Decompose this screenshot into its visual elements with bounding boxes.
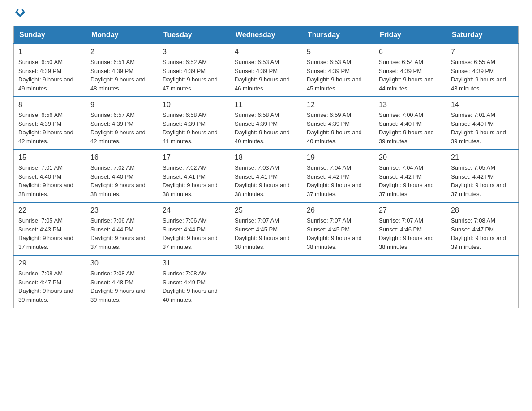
calendar-cell: 29 Sunrise: 7:08 AM Sunset: 4:47 PM Dayl… [14, 255, 86, 308]
sunrise-label: Sunrise: 6:52 AM [163, 59, 207, 65]
sunrise-label: Sunrise: 7:00 AM [379, 111, 423, 118]
day-info: Sunrise: 6:58 AM Sunset: 4:39 PM Dayligh… [163, 111, 225, 146]
day-number: 7 [451, 48, 514, 56]
calendar-week-row: 1 Sunrise: 6:50 AM Sunset: 4:39 PM Dayli… [14, 44, 519, 97]
sunrise-label: Sunrise: 7:07 AM [307, 217, 351, 224]
sunrise-label: Sunrise: 6:53 AM [235, 59, 279, 65]
sunrise-label: Sunrise: 6:58 AM [235, 111, 279, 118]
daylight-label: Daylight: 9 hours and 39 minutes. [451, 129, 506, 145]
sunrise-label: Sunrise: 7:08 AM [18, 270, 63, 277]
logo [13, 9, 25, 17]
daylight-label: Daylight: 9 hours and 44 minutes. [379, 76, 434, 92]
calendar-cell: 24 Sunrise: 7:06 AM Sunset: 4:44 PM Dayl… [158, 202, 230, 255]
daylight-label: Daylight: 9 hours and 37 minutes. [307, 182, 362, 197]
sunset-label: Sunset: 4:39 PM [90, 120, 133, 127]
day-info: Sunrise: 7:06 AM Sunset: 4:44 PM Dayligh… [90, 216, 153, 251]
sunrise-label: Sunrise: 7:06 AM [90, 217, 135, 224]
sunset-label: Sunset: 4:43 PM [18, 226, 61, 233]
calendar-cell: 6 Sunrise: 6:54 AM Sunset: 4:39 PM Dayli… [374, 44, 446, 97]
daylight-label: Daylight: 9 hours and 42 minutes. [18, 129, 73, 145]
daylight-label: Daylight: 9 hours and 38 minutes. [90, 182, 146, 197]
sunrise-label: Sunrise: 6:54 AM [379, 59, 423, 65]
day-number: 8 [18, 101, 81, 109]
day-number: 5 [307, 48, 369, 56]
sunset-label: Sunset: 4:39 PM [235, 68, 278, 74]
day-info: Sunrise: 7:08 AM Sunset: 4:47 PM Dayligh… [451, 216, 514, 251]
daylight-label: Daylight: 9 hours and 41 minutes. [163, 129, 218, 145]
calendar-cell: 19 Sunrise: 7:04 AM Sunset: 4:42 PM Dayl… [302, 150, 374, 202]
sunrise-label: Sunrise: 6:59 AM [307, 111, 351, 118]
daylight-label: Daylight: 9 hours and 43 minutes. [451, 76, 506, 92]
day-info: Sunrise: 7:07 AM Sunset: 4:46 PM Dayligh… [379, 216, 442, 251]
day-number: 30 [90, 259, 153, 267]
day-of-week-header: Monday [86, 26, 158, 44]
day-info: Sunrise: 6:50 AM Sunset: 4:39 PM Dayligh… [18, 58, 81, 93]
day-info: Sunrise: 7:08 AM Sunset: 4:48 PM Dayligh… [90, 269, 153, 304]
sunrise-label: Sunrise: 6:58 AM [163, 111, 207, 118]
day-number: 4 [235, 48, 297, 56]
day-number: 12 [307, 101, 369, 109]
sunset-label: Sunset: 4:40 PM [18, 173, 61, 180]
calendar-cell: 5 Sunrise: 6:53 AM Sunset: 4:39 PM Dayli… [302, 44, 374, 97]
day-number: 26 [307, 206, 369, 214]
day-info: Sunrise: 7:02 AM Sunset: 4:41 PM Dayligh… [163, 163, 225, 198]
calendar-cell: 25 Sunrise: 7:07 AM Sunset: 4:45 PM Dayl… [230, 202, 302, 255]
sunset-label: Sunset: 4:40 PM [379, 120, 422, 127]
calendar-cell: 1 Sunrise: 6:50 AM Sunset: 4:39 PM Dayli… [14, 44, 86, 97]
day-number: 17 [163, 154, 225, 162]
calendar-cell: 22 Sunrise: 7:05 AM Sunset: 4:43 PM Dayl… [14, 202, 86, 255]
calendar-cell [230, 255, 302, 308]
day-number: 13 [379, 101, 442, 109]
sunrise-label: Sunrise: 7:08 AM [163, 270, 207, 277]
calendar-cell [302, 255, 374, 308]
sunset-label: Sunset: 4:44 PM [163, 226, 206, 233]
daylight-label: Daylight: 9 hours and 40 minutes. [163, 287, 218, 303]
day-info: Sunrise: 6:54 AM Sunset: 4:39 PM Dayligh… [379, 58, 442, 93]
sunrise-label: Sunrise: 7:06 AM [163, 217, 207, 224]
day-info: Sunrise: 7:07 AM Sunset: 4:45 PM Dayligh… [235, 216, 297, 251]
daylight-label: Daylight: 9 hours and 37 minutes. [451, 182, 506, 197]
day-of-week-header: Thursday [302, 26, 374, 44]
calendar-cell: 9 Sunrise: 6:57 AM Sunset: 4:39 PM Dayli… [86, 97, 158, 150]
daylight-label: Daylight: 9 hours and 46 minutes. [235, 76, 290, 92]
sunset-label: Sunset: 4:40 PM [90, 173, 133, 180]
day-info: Sunrise: 6:53 AM Sunset: 4:39 PM Dayligh… [307, 58, 369, 93]
calendar-week-row: 15 Sunrise: 7:01 AM Sunset: 4:40 PM Dayl… [14, 150, 519, 202]
sunset-label: Sunset: 4:39 PM [90, 68, 133, 74]
calendar-week-row: 8 Sunrise: 6:56 AM Sunset: 4:39 PM Dayli… [14, 97, 519, 150]
day-number: 22 [18, 206, 81, 214]
daylight-label: Daylight: 9 hours and 39 minutes. [90, 287, 146, 303]
daylight-label: Daylight: 9 hours and 38 minutes. [235, 235, 290, 250]
day-info: Sunrise: 6:52 AM Sunset: 4:39 PM Dayligh… [163, 58, 225, 93]
day-info: Sunrise: 6:53 AM Sunset: 4:39 PM Dayligh… [235, 58, 297, 93]
calendar-cell: 28 Sunrise: 7:08 AM Sunset: 4:47 PM Dayl… [446, 202, 519, 255]
sunrise-label: Sunrise: 6:53 AM [307, 59, 351, 65]
calendar-cell: 15 Sunrise: 7:01 AM Sunset: 4:40 PM Dayl… [14, 150, 86, 202]
day-info: Sunrise: 6:57 AM Sunset: 4:39 PM Dayligh… [90, 111, 153, 146]
sunset-label: Sunset: 4:42 PM [379, 173, 422, 180]
day-number: 20 [379, 154, 442, 162]
calendar-cell: 23 Sunrise: 7:06 AM Sunset: 4:44 PM Dayl… [86, 202, 158, 255]
sunrise-label: Sunrise: 7:02 AM [90, 164, 135, 171]
daylight-label: Daylight: 9 hours and 38 minutes. [307, 235, 362, 250]
calendar-cell: 16 Sunrise: 7:02 AM Sunset: 4:40 PM Dayl… [86, 150, 158, 202]
sunrise-label: Sunrise: 6:56 AM [18, 111, 63, 118]
daylight-label: Daylight: 9 hours and 45 minutes. [307, 76, 362, 92]
calendar-cell: 18 Sunrise: 7:03 AM Sunset: 4:41 PM Dayl… [230, 150, 302, 202]
sunset-label: Sunset: 4:41 PM [163, 173, 206, 180]
sunrise-label: Sunrise: 7:04 AM [307, 164, 351, 171]
calendar-week-row: 22 Sunrise: 7:05 AM Sunset: 4:43 PM Dayl… [14, 202, 519, 255]
sunset-label: Sunset: 4:47 PM [18, 279, 61, 286]
day-info: Sunrise: 7:06 AM Sunset: 4:44 PM Dayligh… [163, 216, 225, 251]
sunrise-label: Sunrise: 6:57 AM [90, 111, 135, 118]
sunset-label: Sunset: 4:39 PM [18, 120, 61, 127]
day-of-week-header: Saturday [446, 26, 519, 44]
day-info: Sunrise: 7:05 AM Sunset: 4:42 PM Dayligh… [451, 163, 514, 198]
day-info: Sunrise: 7:04 AM Sunset: 4:42 PM Dayligh… [379, 163, 442, 198]
sunset-label: Sunset: 4:42 PM [451, 173, 494, 180]
sunrise-label: Sunrise: 7:01 AM [18, 164, 63, 171]
sunrise-label: Sunrise: 7:05 AM [18, 217, 63, 224]
day-number: 21 [451, 154, 514, 162]
sunrise-label: Sunrise: 7:07 AM [235, 217, 279, 224]
calendar-cell: 17 Sunrise: 7:02 AM Sunset: 4:41 PM Dayl… [158, 150, 230, 202]
